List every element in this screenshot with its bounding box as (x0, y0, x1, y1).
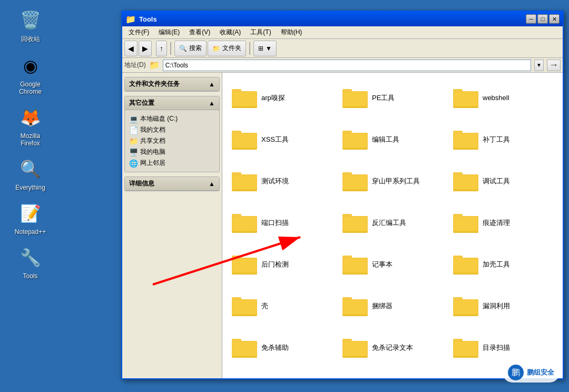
folder-item[interactable]: 漏洞利用 (449, 286, 557, 326)
address-dropdown[interactable]: ▼ (534, 60, 544, 71)
folder-name-20: 目录扫描 (483, 343, 510, 352)
folder-item[interactable]: 目录扫描 (449, 328, 557, 367)
menu-item-工具(T)[interactable]: 工具(T) (246, 27, 275, 38)
location-label: 我的电脑 (140, 148, 165, 156)
address-folder-icon: 📁 (149, 60, 160, 70)
folder-item[interactable]: 捆绑器 (338, 286, 447, 326)
folder-label: 文件夹 (222, 44, 241, 53)
tools-icon: 🔧 (18, 245, 43, 270)
folder-icon-6 (232, 170, 257, 192)
location-item-本地磁盘 (C:)[interactable]: 💻本地磁盘 (C:) (127, 113, 217, 124)
svg-rect-99 (344, 342, 367, 357)
folder-item[interactable]: 反汇编工具 (338, 203, 447, 242)
main-content: 文件和文件夹任务▲其它位置▲💻本地磁盘 (C:)📄我的文档📁共享文档🖥️我的电脑… (122, 73, 563, 378)
view-icon: ⊞ (258, 45, 263, 52)
view-button[interactable]: ⊞ ▼ (253, 41, 277, 56)
folder-icon-12 (232, 253, 257, 276)
folder-icon-16 (342, 295, 368, 317)
location-item-我的文档[interactable]: 📄我的文档 (127, 124, 217, 135)
folder-item[interactable]: 痕迹清理 (449, 203, 557, 242)
svg-rect-44 (454, 175, 477, 190)
everything-icon: 🔍 (18, 156, 43, 182)
panel-section-content-other-locations: 💻本地磁盘 (C:)📄我的文档📁共享文档🖥️我的电脑🌐网上邻居 (125, 110, 219, 172)
folder-item[interactable]: 壳 (228, 286, 336, 326)
mozilla-firefox-label: Mozilla Firefox (12, 132, 50, 147)
svg-rect-79 (233, 300, 256, 315)
forward-button[interactable]: ▶ (139, 41, 152, 56)
menu-item-编辑(E)[interactable]: 编辑(E) (154, 27, 184, 38)
desktop-icon-everything[interactable]: 🔍 Everything (9, 154, 52, 193)
location-item-共享文档[interactable]: 📁共享文档 (127, 135, 217, 146)
folder-item[interactable]: 破解工具 (338, 369, 447, 378)
folder-item[interactable]: 免杀记录文本 (338, 328, 447, 367)
folder-item[interactable]: 加壳工具 (449, 244, 557, 284)
folder-item[interactable]: PE工具 (338, 78, 447, 117)
recycle-bin-label: 回收站 (21, 35, 40, 44)
folder-name-14: 加壳工具 (483, 260, 510, 269)
svg-rect-74 (454, 259, 477, 273)
watermark-text: 鹏组安全 (527, 368, 554, 377)
up-button[interactable]: ↑ (156, 41, 167, 56)
svg-rect-4 (233, 92, 256, 107)
desktop-icon-notepadpp[interactable]: 📝 Notepad++ (9, 199, 52, 238)
folder-name-8: 调试工具 (483, 177, 510, 186)
folder-icon-2 (453, 87, 478, 109)
panel-section-header-file-tasks[interactable]: 文件和文件夹任务▲ (125, 77, 219, 91)
location-icon: 📄 (129, 126, 138, 134)
panel-section-header-detail-info[interactable]: 详细信息▲ (125, 177, 219, 191)
back-button[interactable]: ◀ (124, 41, 138, 56)
location-label: 网上邻居 (140, 159, 165, 168)
folder-item[interactable]: 记事本 (338, 244, 447, 284)
folder-item[interactable]: webshell (449, 78, 557, 117)
folder-name-17: 漏洞利用 (483, 301, 510, 311)
notepadpp-icon: 📝 (18, 201, 43, 226)
svg-rect-34 (233, 175, 256, 190)
location-icon: 🖥️ (129, 148, 138, 156)
menu-bar: 文件(F)编辑(E)查看(V)收藏(A)工具(T)帮助(H) (122, 26, 563, 39)
menu-item-查看(V)[interactable]: 查看(V) (185, 27, 214, 38)
panel-header-text-file-tasks: 文件和文件夹任务 (129, 80, 180, 89)
svg-rect-9 (344, 92, 367, 107)
toolbar: ◀ ▶ ↑ 🔍 搜索 📁 文件夹 ⊞ ▼ (122, 39, 563, 58)
folder-icon-0 (232, 87, 257, 109)
folder-item[interactable]: 穿山甲系列工具 (338, 161, 447, 201)
folder-icon-23 (453, 378, 478, 379)
menu-item-收藏(A)[interactable]: 收藏(A) (215, 27, 245, 38)
search-button[interactable]: 🔍 搜索 (174, 41, 207, 56)
watermark-logo: 鹏 (508, 365, 524, 380)
svg-rect-49 (233, 217, 256, 232)
folder-item[interactable]: XSS工具 (228, 120, 336, 159)
address-input[interactable]: C:\Tools (163, 60, 531, 71)
menu-item-文件(F)[interactable]: 文件(F) (124, 27, 153, 38)
minimize-button[interactable]: ─ (526, 14, 536, 24)
folder-item[interactable]: 端口扫描 (228, 203, 336, 242)
title-bar: 📁 Tools ─ □ ✕ (122, 12, 563, 26)
folder-item[interactable]: 零注工具 (228, 369, 336, 378)
desktop-icon-recycle-bin[interactable]: 🗑️ 回收站 (9, 5, 52, 46)
maximize-button[interactable]: □ (537, 14, 548, 24)
folder-icon-10 (342, 212, 368, 234)
menu-item-帮助(H)[interactable]: 帮助(H) (277, 27, 307, 38)
svg-rect-14 (454, 92, 477, 107)
folder-item[interactable]: arp嗅探 (228, 78, 336, 117)
folder-item[interactable]: 后门检测 (228, 244, 336, 284)
folder-item[interactable]: 补丁工具 (449, 120, 557, 159)
folder-item[interactable]: 测试环境 (228, 161, 336, 201)
folder-name-1: PE工具 (372, 93, 395, 103)
location-icon: 📁 (129, 137, 138, 145)
folder-item[interactable]: 调试工具 (449, 161, 557, 201)
location-item-网上邻居[interactable]: 🌐网上邻居 (127, 158, 217, 169)
desktop-icon-mozilla-firefox[interactable]: 🦊 Mozilla Firefox (9, 103, 52, 149)
location-item-我的电脑[interactable]: 🖥️我的电脑 (127, 146, 217, 158)
close-button[interactable]: ✕ (549, 14, 560, 24)
desktop-icon-google-chrome[interactable]: ◉ Google Chrome (9, 51, 52, 97)
folder-item[interactable]: 编辑工具 (338, 120, 447, 159)
view-dropdown-icon: ▼ (266, 45, 272, 52)
folder-icon-20 (453, 337, 478, 359)
panel-section-header-other-locations[interactable]: 其它位置▲ (125, 96, 219, 110)
address-go-button[interactable]: → (547, 60, 561, 71)
folder-icon-14 (453, 253, 478, 276)
folder-button[interactable]: 📁 文件夹 (208, 41, 246, 56)
desktop-icon-tools[interactable]: 🔧 Tools (9, 243, 52, 282)
folder-item[interactable]: 免杀辅助 (228, 328, 336, 367)
